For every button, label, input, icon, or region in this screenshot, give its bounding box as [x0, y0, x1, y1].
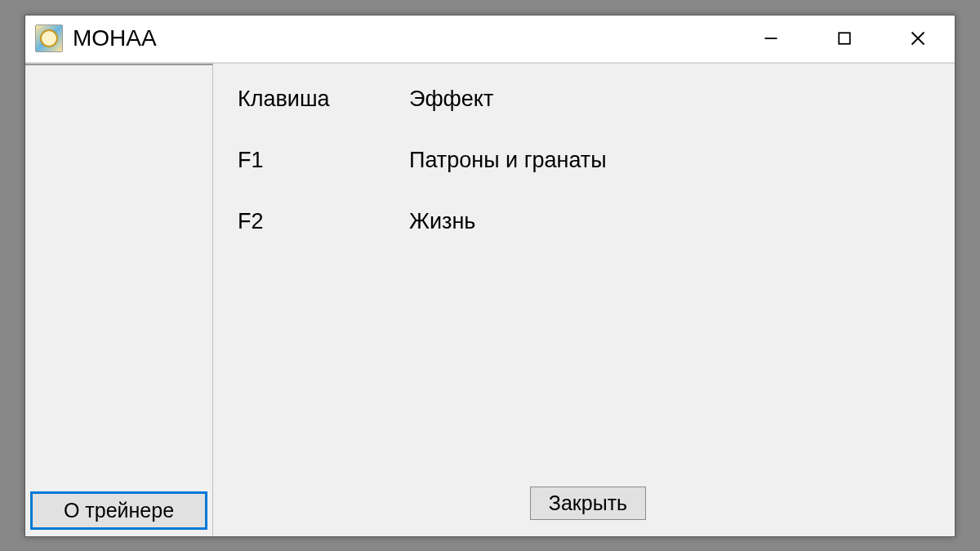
cell-effect: Жизнь — [409, 209, 938, 234]
close-window-button[interactable] — [881, 16, 955, 62]
titlebar[interactable]: MOHAA — [25, 16, 955, 63]
table-row: F1 Патроны и гранаты — [238, 148, 938, 173]
window-title: MOHAA — [73, 25, 734, 51]
hotkey-table: Клавиша Эффект F1 Патроны и гранаты F2 Ж… — [238, 87, 938, 487]
header-key: Клавиша — [238, 87, 409, 112]
maximize-icon — [837, 31, 852, 46]
content-area: О трейнере Клавиша Эффект F1 Патроны и г… — [25, 63, 955, 536]
button-bar: Закрыть — [238, 487, 938, 527]
maximize-button[interactable] — [808, 16, 881, 62]
minimize-icon — [764, 31, 778, 46]
app-icon — [35, 24, 63, 52]
close-button[interactable]: Закрыть — [530, 487, 646, 520]
header-effect: Эффект — [409, 87, 938, 112]
cell-key: F2 — [238, 209, 409, 234]
main-panel: Клавиша Эффект F1 Патроны и гранаты F2 Ж… — [213, 64, 955, 536]
sidebar: О трейнере — [25, 64, 213, 536]
about-button[interactable]: О трейнере — [30, 491, 207, 530]
minimize-button[interactable] — [734, 16, 808, 62]
table-row: F2 Жизнь — [238, 209, 938, 234]
app-window: MOHAA О трейнере Клавиша Эффект — [24, 15, 956, 537]
window-controls — [734, 16, 955, 62]
table-header-row: Клавиша Эффект — [238, 87, 938, 112]
cell-key: F1 — [238, 148, 409, 173]
svg-rect-1 — [839, 33, 850, 44]
cell-effect: Патроны и гранаты — [409, 148, 938, 173]
close-icon — [911, 31, 925, 46]
